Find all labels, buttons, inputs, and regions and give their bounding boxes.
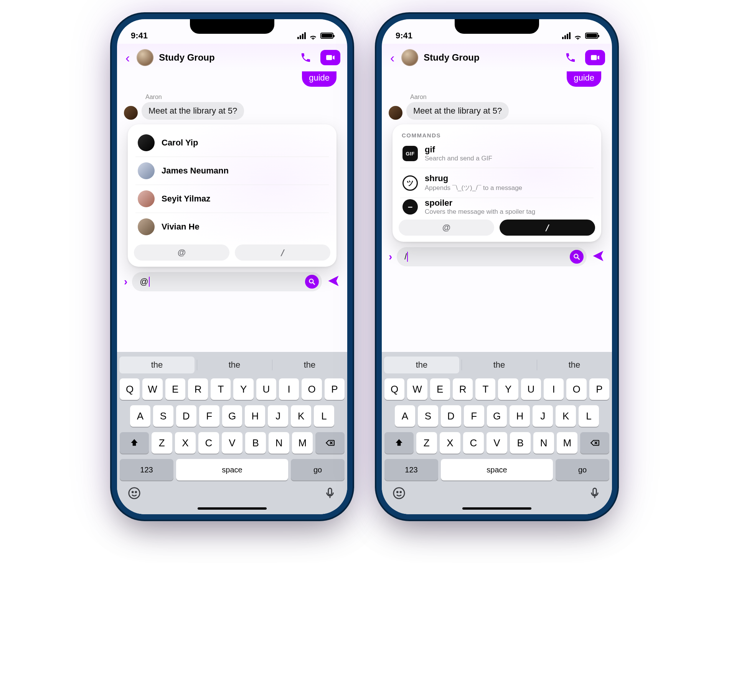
key-k[interactable]: K (556, 405, 576, 427)
emoji-keyboard-button[interactable] (128, 487, 141, 501)
send-button[interactable] (327, 274, 340, 289)
key-f[interactable]: F (464, 405, 484, 427)
key-p[interactable]: P (325, 378, 345, 400)
key-x[interactable]: X (440, 432, 460, 454)
key-g[interactable]: G (222, 405, 242, 427)
sender-avatar[interactable] (389, 106, 402, 120)
key-p[interactable]: P (589, 378, 609, 400)
suggestion[interactable]: the (384, 357, 459, 373)
key-y[interactable]: Y (233, 378, 253, 400)
search-in-chat-button[interactable] (570, 250, 584, 264)
search-in-chat-button[interactable] (305, 275, 319, 289)
group-avatar[interactable] (401, 49, 418, 66)
chat-title[interactable]: Study Group (424, 52, 479, 63)
message-input[interactable]: / (397, 247, 587, 266)
key-shift[interactable] (120, 432, 149, 454)
tab-mentions[interactable] (134, 244, 229, 261)
suggestion[interactable]: the (119, 357, 195, 373)
send-button[interactable] (591, 249, 605, 264)
key-d[interactable]: D (441, 405, 461, 427)
command-item[interactable]: ツ shrug Appends ¯\_(ツ)_/¯ to a message (400, 168, 594, 198)
key-u[interactable]: U (521, 378, 541, 400)
key-o[interactable]: O (566, 378, 586, 400)
voice-call-button[interactable] (297, 48, 315, 67)
key-m[interactable]: M (292, 432, 313, 454)
key-a[interactable]: A (395, 405, 415, 427)
key-m[interactable]: M (557, 432, 577, 454)
emoji-keyboard-button[interactable] (393, 487, 406, 501)
back-button[interactable]: ‹ (389, 49, 396, 66)
key-z[interactable]: Z (416, 432, 437, 454)
chat-title[interactable]: Study Group (159, 52, 214, 63)
tab-mentions[interactable] (399, 220, 494, 236)
key-h[interactable]: H (510, 405, 530, 427)
key-f[interactable]: F (199, 405, 219, 427)
suggestion[interactable]: the (272, 354, 347, 376)
key-j[interactable]: J (268, 405, 288, 427)
key-s[interactable]: S (153, 405, 173, 427)
key-123[interactable]: 123 (384, 459, 438, 480)
key-go[interactable]: go (556, 459, 609, 480)
dictation-button[interactable] (323, 487, 336, 501)
key-shift[interactable] (384, 432, 414, 454)
key-d[interactable]: D (176, 405, 196, 427)
key-s[interactable]: S (418, 405, 438, 427)
key-c[interactable]: C (463, 432, 484, 454)
tab-commands[interactable]: / (235, 244, 330, 261)
key-i[interactable]: I (544, 378, 564, 400)
key-j[interactable]: J (533, 405, 553, 427)
message-input[interactable]: @ (132, 272, 322, 291)
key-z[interactable]: Z (152, 432, 172, 454)
incoming-bubble[interactable]: Meet at the library at 5? (142, 102, 244, 120)
key-l[interactable]: L (579, 405, 599, 427)
key-e[interactable]: E (165, 378, 185, 400)
key-go[interactable]: go (291, 459, 345, 480)
key-r[interactable]: R (453, 378, 473, 400)
key-l[interactable]: L (314, 405, 334, 427)
key-h[interactable]: H (245, 405, 265, 427)
sender-avatar[interactable] (124, 106, 138, 120)
key-space[interactable]: space (176, 459, 288, 480)
key-e[interactable]: E (430, 378, 450, 400)
key-y[interactable]: Y (498, 378, 518, 400)
key-backspace[interactable] (580, 432, 609, 454)
home-indicator[interactable] (198, 507, 267, 510)
key-space[interactable]: space (441, 459, 553, 480)
key-a[interactable]: A (130, 405, 150, 427)
key-u[interactable]: U (256, 378, 276, 400)
mention-item[interactable]: Carol Yip (135, 129, 329, 157)
key-k[interactable]: K (291, 405, 311, 427)
key-i[interactable]: I (279, 378, 299, 400)
suggestion[interactable]: the (197, 354, 272, 376)
mention-item[interactable]: Vivian He (135, 213, 329, 241)
key-n[interactable]: N (269, 432, 289, 454)
expand-button[interactable]: › (389, 251, 392, 263)
mention-item[interactable]: James Neumann (135, 157, 329, 185)
command-item[interactable]: GIF gif Search and send a GIF (400, 139, 594, 168)
key-123[interactable]: 123 (120, 459, 173, 480)
key-r[interactable]: R (188, 378, 208, 400)
key-t[interactable]: T (211, 378, 231, 400)
key-v[interactable]: V (487, 432, 507, 454)
expand-button[interactable]: › (124, 276, 127, 288)
tab-commands[interactable]: / (500, 220, 595, 236)
key-w[interactable]: W (142, 378, 162, 400)
key-n[interactable]: N (533, 432, 554, 454)
command-item[interactable]: – spoiler Covers the message with a spoi… (400, 198, 594, 216)
key-b[interactable]: B (245, 432, 266, 454)
group-avatar[interactable] (137, 49, 153, 66)
key-o[interactable]: O (302, 378, 322, 400)
video-call-button[interactable] (585, 50, 605, 65)
home-indicator[interactable] (462, 507, 531, 510)
mention-item[interactable]: Seyit Yilmaz (135, 185, 329, 213)
key-g[interactable]: G (487, 405, 507, 427)
suggestion[interactable]: the (537, 354, 612, 376)
voice-call-button[interactable] (561, 48, 580, 67)
suggestion[interactable]: the (462, 354, 537, 376)
key-backspace[interactable] (315, 432, 345, 454)
back-button[interactable]: ‹ (124, 49, 131, 66)
key-t[interactable]: T (475, 378, 495, 400)
key-q[interactable]: Q (384, 378, 404, 400)
incoming-bubble[interactable]: Meet at the library at 5? (406, 102, 509, 120)
key-v[interactable]: V (222, 432, 242, 454)
